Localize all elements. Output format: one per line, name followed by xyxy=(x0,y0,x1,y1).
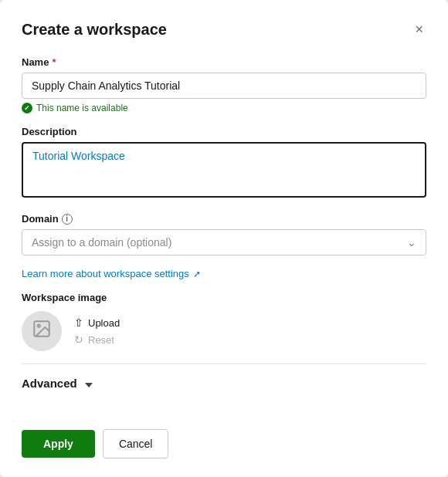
description-input[interactable]: Tutorial Workspace xyxy=(22,142,426,198)
description-field-group: Description Tutorial Workspace xyxy=(22,126,426,201)
name-label: Name * xyxy=(22,56,426,68)
apply-button[interactable]: Apply xyxy=(22,430,95,458)
image-placeholder xyxy=(22,311,62,351)
reset-button[interactable]: ↻ Reset xyxy=(74,333,120,346)
upload-button[interactable]: ⇧ Upload xyxy=(74,316,120,329)
name-field-group: Name * This name is available xyxy=(22,56,426,113)
divider xyxy=(22,364,426,364)
image-icon xyxy=(32,319,52,343)
required-indicator: * xyxy=(52,56,56,68)
learn-more-link[interactable]: Learn more about workspace settings ➚ xyxy=(22,268,426,279)
domain-label: Domain i xyxy=(22,213,426,225)
domain-dropdown[interactable]: Assign to a domain (optional) ⌄ xyxy=(22,229,426,255)
svg-point-1 xyxy=(38,325,40,327)
advanced-section[interactable]: Advanced xyxy=(22,377,426,390)
name-input[interactable] xyxy=(22,73,426,99)
description-label: Description xyxy=(22,126,426,137)
domain-info-icon[interactable]: i xyxy=(62,214,73,225)
workspace-image-label: Workspace image xyxy=(22,292,426,303)
advanced-label: Advanced xyxy=(22,377,77,390)
name-available-status: This name is available xyxy=(22,103,426,113)
close-button[interactable]: × xyxy=(412,19,426,41)
chevron-down-icon xyxy=(83,377,93,390)
workspace-image-row: ⇧ Upload ↻ Reset xyxy=(22,311,426,351)
image-actions: ⇧ Upload ↻ Reset xyxy=(74,316,120,346)
create-workspace-dialog: Create a workspace × Name * This name is… xyxy=(0,0,448,477)
footer: Apply Cancel xyxy=(22,429,426,458)
dialog-title: Create a workspace xyxy=(22,21,167,39)
dialog-header: Create a workspace × xyxy=(22,19,426,41)
domain-field-group: Domain i Assign to a domain (optional) ⌄ xyxy=(22,213,426,255)
check-icon xyxy=(22,103,32,113)
reset-icon: ↻ xyxy=(74,333,83,346)
chevron-down-icon: ⌄ xyxy=(407,236,416,249)
upload-icon: ⇧ xyxy=(74,316,83,329)
domain-placeholder: Assign to a domain (optional) xyxy=(32,236,171,249)
external-link-icon: ➚ xyxy=(193,269,201,279)
cancel-button[interactable]: Cancel xyxy=(103,429,169,458)
